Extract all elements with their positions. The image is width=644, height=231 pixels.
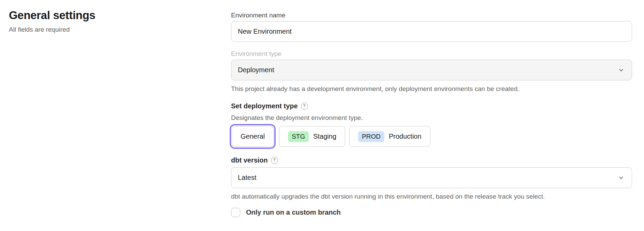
- deployment-type-options: General STG Staging PROD Production: [231, 126, 632, 147]
- general-settings-page: General settings All fields are required…: [0, 0, 644, 231]
- staging-badge: STG: [288, 131, 309, 142]
- production-badge: PROD: [358, 131, 384, 142]
- dbt-version-helper: dbt automatically upgrades the dbt versi…: [231, 192, 632, 200]
- chevron-down-icon: [618, 67, 625, 74]
- chevron-down-icon: [618, 174, 625, 181]
- page-title: General settings: [9, 9, 213, 22]
- deployment-type-general-button[interactable]: General: [232, 126, 274, 147]
- deployment-type-general-label: General: [241, 133, 265, 140]
- deployment-type-production-button[interactable]: PROD Production: [349, 126, 430, 147]
- environment-name-input[interactable]: [231, 21, 632, 42]
- custom-branch-checkbox[interactable]: [231, 208, 240, 217]
- help-icon[interactable]: ?: [271, 157, 278, 164]
- deployment-type-production-label: Production: [389, 133, 421, 140]
- environment-type-value: Deployment: [238, 66, 274, 74]
- deployment-type-heading: Set deployment type ?: [231, 102, 632, 110]
- deployment-type-description: Designates the deployment environment ty…: [231, 114, 632, 122]
- dbt-version-heading: dbt version ?: [231, 156, 632, 165]
- deployment-type-staging-label: Staging: [313, 133, 336, 140]
- deployment-type-heading-text: Set deployment type: [231, 102, 298, 110]
- page-subtitle: All fields are required: [9, 26, 213, 33]
- help-icon[interactable]: ?: [301, 103, 308, 110]
- dbt-version-value: Latest: [238, 174, 256, 182]
- section-intro: General settings All fields are required: [9, 9, 213, 33]
- environment-type-label: Environment type: [231, 50, 632, 58]
- dbt-version-select[interactable]: Latest: [231, 167, 632, 188]
- environment-name-label: Environment name: [231, 12, 632, 19]
- deployment-type-staging-button[interactable]: STG Staging: [279, 126, 345, 147]
- custom-branch-row: Only run on a custom branch: [231, 208, 632, 217]
- custom-branch-label[interactable]: Only run on a custom branch: [246, 209, 341, 216]
- environment-form: Environment name Environment type Deploy…: [231, 12, 632, 217]
- dbt-version-heading-text: dbt version: [231, 156, 268, 165]
- environment-type-helper: This project already has a development e…: [231, 85, 632, 93]
- environment-type-select[interactable]: Deployment: [231, 60, 632, 80]
